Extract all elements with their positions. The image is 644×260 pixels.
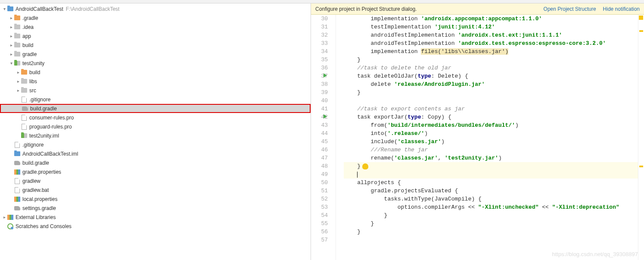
chevron-down-icon[interactable] <box>2 6 7 11</box>
tree-item[interactable]: consumer-rules.pro <box>0 113 311 122</box>
fold-marker[interactable] <box>336 228 342 236</box>
tree-item[interactable]: build.gradle <box>0 104 311 113</box>
code-line[interactable]: implementation files('libs\\classes.jar'… <box>344 47 638 56</box>
tree-root[interactable]: AndroidCallBackTest F:\AndroidCallBackTe… <box>0 4 311 13</box>
fold-marker[interactable] <box>336 64 342 72</box>
tree-item[interactable]: .idea <box>0 22 311 31</box>
tree-item[interactable]: local.properties <box>0 194 311 204</box>
code-line[interactable]: androidTestImplementation 'androidx.test… <box>344 39 638 47</box>
fold-marker[interactable] <box>336 31 342 39</box>
run-gutter-icon[interactable] <box>324 114 327 119</box>
code-line[interactable]: rename('classes.jar', 'test2unity.jar') <box>344 154 638 162</box>
fold-marker[interactable] <box>336 80 342 88</box>
code-line[interactable]: gradle.projectsEvaluated { <box>344 187 638 195</box>
project-tree-panel[interactable]: AndroidCallBackTest F:\AndroidCallBackTe… <box>0 3 311 260</box>
line-number[interactable]: 57 <box>311 236 328 244</box>
tree-item[interactable]: build <box>0 41 311 50</box>
run-gutter-icon[interactable] <box>324 73 327 78</box>
line-number[interactable]: 48 <box>311 162 328 170</box>
code-line[interactable]: testImplementation 'junit:junit:4.12' <box>344 23 638 31</box>
fold-marker[interactable] <box>336 154 342 162</box>
chevron-right-icon[interactable] <box>9 34 14 38</box>
fold-marker[interactable] <box>336 88 342 97</box>
open-project-structure-link[interactable]: Open Project Structure <box>544 6 596 12</box>
fold-marker[interactable] <box>336 187 342 195</box>
line-number[interactable]: 50 <box>311 179 328 187</box>
fold-marker[interactable] <box>336 195 342 203</box>
fold-marker[interactable] <box>336 146 342 154</box>
code-line[interactable]: include('classes.jar') <box>344 138 638 146</box>
fold-marker[interactable] <box>336 39 342 47</box>
code-line[interactable]: delete 'release/AndroidPlugin.jar' <box>344 80 638 88</box>
tree-item[interactable]: settings.gradle <box>0 204 311 213</box>
fold-marker[interactable] <box>336 72 342 80</box>
line-number[interactable]: 47 <box>311 154 328 162</box>
line-number[interactable]: 34 <box>311 47 328 56</box>
tree-item[interactable]: test2unity <box>0 59 311 68</box>
fold-marker[interactable] <box>336 138 342 146</box>
code-line[interactable]: } <box>344 56 638 64</box>
code-line[interactable]: androidTestImplementation 'androidx.test… <box>344 31 638 39</box>
line-number[interactable]: 30 <box>311 15 328 23</box>
chevron-right-icon[interactable] <box>2 215 7 219</box>
fold-marker[interactable] <box>336 170 342 179</box>
line-number-gutter[interactable]: 3031323334353637383940414243444546474849… <box>311 15 336 260</box>
line-number[interactable]: 44 <box>311 129 328 138</box>
fold-marker[interactable] <box>336 113 342 121</box>
chevron-right-icon[interactable] <box>9 16 14 20</box>
tree-item[interactable]: build.gradle <box>0 158 311 167</box>
tree-item[interactable]: test2unity.iml <box>0 131 311 140</box>
fold-marker[interactable] <box>336 203 342 211</box>
line-number[interactable]: 55 <box>311 219 328 228</box>
code-line[interactable]: implementation 'androidx.appcompat:appco… <box>344 15 638 23</box>
code-line[interactable]: } <box>344 219 638 228</box>
line-number[interactable]: 49 <box>311 170 328 179</box>
line-number[interactable]: 39 <box>311 88 328 97</box>
line-number[interactable]: 53 <box>311 203 328 211</box>
line-number[interactable]: 51 <box>311 187 328 195</box>
tree-item[interactable]: .gitignore <box>0 140 311 149</box>
fold-marker[interactable] <box>336 105 342 113</box>
tree-item[interactable]: gradle.properties <box>0 167 311 176</box>
tree-item[interactable]: app <box>0 31 311 41</box>
chevron-right-icon[interactable] <box>9 25 14 29</box>
fold-marker[interactable] <box>336 162 342 170</box>
code-line[interactable]: task exportJar(type: Copy) { <box>344 113 638 121</box>
tree-item[interactable]: proguard-rules.pro <box>0 122 311 131</box>
tree-item[interactable]: src <box>0 86 311 95</box>
fold-marker[interactable] <box>336 179 342 187</box>
fold-marker[interactable] <box>336 15 342 23</box>
chevron-right-icon[interactable] <box>16 88 21 93</box>
chevron-right-icon[interactable] <box>9 43 14 47</box>
code-editor[interactable]: 3031323334353637383940414243444546474849… <box>311 15 644 260</box>
code-line[interactable]: allprojects { <box>344 179 638 187</box>
code-line[interactable]: from('build/intermediates/bundles/defaul… <box>344 121 638 129</box>
code-line[interactable]: } <box>344 211 638 219</box>
line-number[interactable]: 41 <box>311 105 328 113</box>
code-line[interactable]: //task to export contents as jar <box>344 105 638 113</box>
hide-notification-link[interactable]: Hide notification <box>603 6 640 12</box>
error-stripe[interactable] <box>638 15 644 260</box>
code-line[interactable]: tasks.withType(JavaCompile) { <box>344 195 638 203</box>
line-number[interactable]: 40 <box>311 97 328 105</box>
fold-marker[interactable] <box>336 236 342 244</box>
warning-mark[interactable] <box>639 30 643 32</box>
line-number[interactable]: 37 <box>311 72 328 80</box>
fold-marker[interactable] <box>336 219 342 228</box>
analysis-status-icon[interactable] <box>639 16 643 20</box>
chevron-right-icon[interactable] <box>9 52 14 56</box>
code-line[interactable] <box>344 236 638 244</box>
code-line[interactable]: } <box>344 88 638 97</box>
line-number[interactable]: 43 <box>311 121 328 129</box>
code-line[interactable]: ///Rename the jar <box>344 146 638 154</box>
fold-marker[interactable] <box>336 129 342 138</box>
line-number[interactable]: 32 <box>311 31 328 39</box>
chevron-down-icon[interactable] <box>9 61 14 66</box>
line-number[interactable]: 38 <box>311 80 328 88</box>
tree-item[interactable]: libs <box>0 77 311 86</box>
code-body[interactable]: implementation 'androidx.appcompat:appco… <box>342 15 638 260</box>
code-line[interactable]: } <box>344 162 638 170</box>
intention-bulb-icon[interactable] <box>362 163 368 169</box>
scratches-consoles[interactable]: Scratches and Consoles <box>0 222 311 231</box>
warning-mark[interactable] <box>639 166 643 167</box>
